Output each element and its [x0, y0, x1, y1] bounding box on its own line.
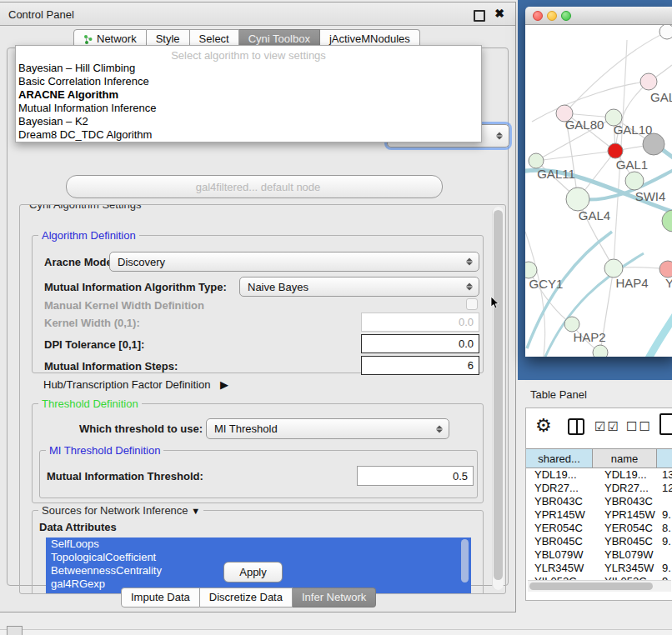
- table-row[interactable]: YBR043CYBR043C: [526, 495, 672, 508]
- network-node-hap4[interactable]: [604, 259, 623, 278]
- network-window-titlebar[interactable]: [525, 7, 672, 25]
- deselect-all-columns-icon[interactable]: ☐☐: [626, 419, 652, 434]
- mi-threshold-value: 0.5: [453, 470, 468, 482]
- table-cell[interactable]: YLR345W: [593, 562, 657, 575]
- table-row[interactable]: YDR27...YDR27...12: [526, 482, 672, 495]
- table-horizontal-scrollbar[interactable]: [528, 580, 671, 592]
- algorithm-option[interactable]: ARACNE Algorithm: [16, 88, 481, 102]
- table-cell[interactable]: YBR045C: [526, 535, 593, 548]
- network-node[interactable]: [662, 210, 672, 232]
- table-row[interactable]: YDL19...YDL19...13: [526, 468, 672, 482]
- float-panel-icon[interactable]: [474, 10, 485, 22]
- table-row[interactable]: YPR145WYPR145W9.: [526, 508, 672, 522]
- close-icon[interactable]: ✖: [494, 7, 504, 20]
- minimized-panel-icon[interactable]: [7, 626, 23, 635]
- aracne-mode-combobox[interactable]: Discovery: [109, 252, 479, 272]
- algorithm-dropdown-list: Bayesian – Hill ClimbingBasic Correlatio…: [16, 62, 481, 142]
- column-header-shared[interactable]: shared...: [526, 448, 593, 468]
- kernel-width-field[interactable]: 0.0: [361, 312, 479, 332]
- mouse-cursor: [490, 297, 502, 310]
- apply-button[interactable]: Apply: [223, 562, 283, 582]
- settings-scrollbar-thumb[interactable]: [494, 210, 503, 580]
- table-cell[interactable]: YBL079W: [593, 548, 657, 562]
- network-node-y[interactable]: [659, 261, 672, 278]
- network-selection-combobox[interactable]: gal4filtered... default node: [66, 175, 443, 198]
- table-cell[interactable]: [657, 548, 672, 562]
- mi-steps-field[interactable]: 6: [361, 356, 479, 375]
- network-canvas[interactable]: GAL7GAL80GAL10GAL1GAL11SWI4GAL4GCY1HAP4Y…: [525, 25, 672, 357]
- table-cell[interactable]: YBR043C: [526, 495, 593, 508]
- table-cell[interactable]: YPR145W: [526, 508, 593, 522]
- table-row[interactable]: YER054CYER054C8.: [526, 522, 672, 535]
- table-header-row: shared...nameA: [526, 448, 672, 468]
- dpi-tolerance-field[interactable]: 0.0: [361, 334, 479, 353]
- mac-zoom-button[interactable]: [561, 11, 571, 21]
- table-cell[interactable]: 12: [657, 482, 672, 495]
- table-cell[interactable]: YDL19...: [593, 468, 657, 482]
- mi-threshold-field[interactable]: 0.5: [357, 466, 474, 486]
- mi-algorithm-type-combobox[interactable]: Naive Bayes: [239, 277, 479, 297]
- node-label: Y: [665, 276, 672, 290]
- network-edge[interactable]: [525, 232, 545, 357]
- hub-definition-toggle[interactable]: Hub/Transcription Factor Definition ▶: [43, 378, 228, 391]
- which-threshold-combobox[interactable]: MI Threshold: [206, 418, 449, 439]
- network-graph[interactable]: GAL7GAL80GAL10GAL1GAL11SWI4GAL4GCY1HAP4Y…: [525, 25, 672, 357]
- table-cell[interactable]: YDR27...: [593, 482, 657, 495]
- threshold-definition-group: Threshold Definition Which threshold to …: [32, 403, 484, 503]
- bottom-dock: [0, 629, 672, 635]
- node-label: SWI4: [635, 189, 666, 203]
- network-node[interactable]: [593, 345, 608, 357]
- algorithm-definition-title: Algorithm Definition: [38, 229, 139, 242]
- table-cell[interactable]: YER054C: [593, 522, 657, 535]
- table-cell[interactable]: YPR145W: [593, 508, 657, 522]
- gear-icon[interactable]: ⚙: [535, 415, 552, 437]
- network-node-gal7[interactable]: [640, 73, 657, 90]
- table-cell[interactable]: 13: [657, 468, 672, 482]
- manual-kernel-checkbox[interactable]: [466, 298, 478, 310]
- column-header-name[interactable]: name: [593, 448, 657, 468]
- table-cell[interactable]: 8.: [657, 522, 672, 535]
- network-node-swi4[interactable]: [625, 172, 644, 190]
- list-scrollbar[interactable]: [461, 539, 469, 582]
- tab-discretize-data[interactable]: Discretize Data: [200, 588, 293, 608]
- table-cell[interactable]: 9.: [657, 535, 672, 548]
- table-row[interactable]: YLR345WYLR345W9.: [526, 562, 672, 575]
- table-cell[interactable]: YDL19...: [526, 468, 593, 482]
- algorithm-option[interactable]: Bayesian – Hill Climbing: [16, 62, 481, 75]
- split-columns-icon[interactable]: [568, 418, 584, 435]
- tab-infer-network[interactable]: Infer Network: [293, 588, 376, 608]
- network-node-gal1[interactable]: [608, 143, 623, 158]
- mac-close-button[interactable]: [533, 11, 543, 21]
- table-cell[interactable]: 9.: [657, 562, 672, 575]
- network-node-gal4[interactable]: [566, 188, 589, 211]
- table-row[interactable]: YBR045CYBR045C9.: [526, 535, 672, 548]
- network-node[interactable]: [643, 133, 664, 155]
- table-cell[interactable]: YBR045C: [593, 535, 657, 548]
- table-cell[interactable]: YBR043C: [593, 495, 657, 508]
- node-label: GCY1: [529, 277, 564, 291]
- network-edge[interactable]: [536, 151, 615, 161]
- settings-scrollbar[interactable]: [492, 207, 504, 590]
- algorithm-option[interactable]: Bayesian – K2: [16, 115, 481, 128]
- mac-minimize-button[interactable]: [547, 11, 557, 21]
- column-header-A[interactable]: A: [657, 448, 672, 468]
- network-edge[interactable]: [649, 315, 672, 357]
- bottom-tabbar: Impute DataDiscretize DataInfer Network: [121, 588, 376, 606]
- table-cell[interactable]: YBL079W: [526, 548, 593, 562]
- algorithm-option[interactable]: Dream8 DC_TDC Algorithm: [16, 128, 481, 142]
- collapse-down-icon[interactable]: ▼: [191, 506, 200, 516]
- table-cell[interactable]: YLR345W: [526, 562, 593, 575]
- algorithm-option[interactable]: Mutual Information Inference: [16, 102, 481, 115]
- table-cell[interactable]: [657, 495, 672, 508]
- network-node[interactable]: [659, 25, 672, 39]
- table-cell[interactable]: YER054C: [526, 522, 593, 535]
- tab-impute-data[interactable]: Impute Data: [121, 588, 200, 608]
- select-all-columns-icon[interactable]: ☑☑: [594, 419, 620, 434]
- table-cell[interactable]: 9.: [657, 508, 672, 522]
- table-cell[interactable]: YDR27...: [526, 482, 593, 495]
- table-hscroll-thumb[interactable]: [529, 582, 653, 590]
- export-table-icon[interactable]: [659, 413, 672, 435]
- algorithm-option[interactable]: Basic Correlation Inference: [16, 75, 481, 88]
- table-row[interactable]: YBL079WYBL079W: [526, 548, 672, 562]
- attribute-list-item[interactable]: SelfLoops: [46, 538, 471, 551]
